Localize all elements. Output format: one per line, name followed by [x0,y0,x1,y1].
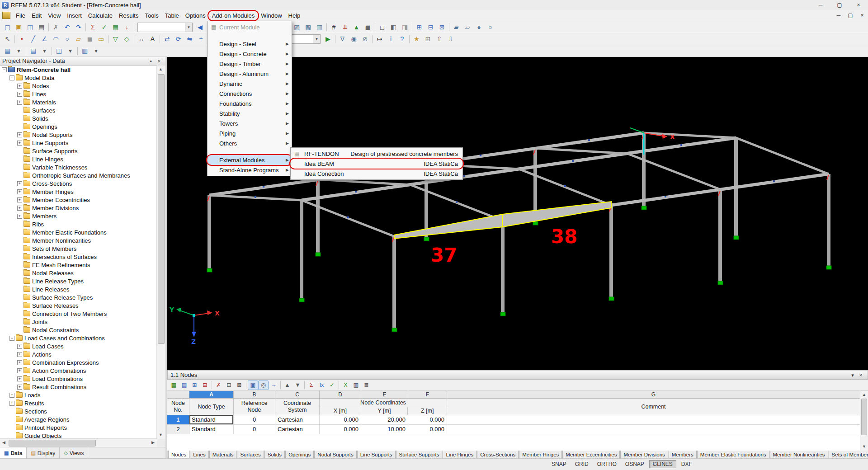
tree-item-fe-mesh-refinements[interactable]: FE Mesh Refinements [0,261,157,269]
close-panel-button[interactable]: × [155,57,163,65]
filter-icon[interactable]: ∇ [337,34,348,44]
visibility-set-icon[interactable]: ▤ [28,46,39,56]
tree-item-member-divisions[interactable]: + Member Divisions [0,204,157,212]
navigator-tab[interactable]: ▦ Data [0,447,27,459]
tree-item-nodal-supports[interactable]: + Nodal Supports [0,131,157,139]
show-numbering-icon[interactable]: # [328,22,340,33]
delete-row-icon[interactable]: ⊟ [200,381,210,390]
tree-expander[interactable]: + [17,189,22,194]
reference-node-cell[interactable]: 0 [234,425,275,434]
table-tab[interactable]: Member Eccentricities [562,451,620,459]
menu-item[interactable]: Stand-Alone Programs ▶ [208,165,292,175]
work-plane-dropdown[interactable]: ▾ [90,46,102,56]
table-tab[interactable]: Nodes [168,451,189,459]
draw-polyline-icon[interactable]: ∠ [39,34,50,44]
tree-item-line-hinges[interactable]: Line Hinges [0,155,157,163]
panel-toggle-icon[interactable]: ⊠ [436,22,448,33]
clip-plane-icon[interactable]: ⊘ [359,34,371,44]
tree-expander[interactable]: + [17,197,22,202]
tree-expander[interactable]: + [17,376,22,381]
menu-item[interactable]: External Modules ▶ [208,155,292,165]
view-mode-icon[interactable]: ▤ [179,381,189,390]
menu-item[interactable]: Stability ▶ [208,108,292,118]
draw-circle-icon[interactable]: ○ [61,34,73,44]
y-coordinate-cell[interactable]: 10.000 [361,425,408,434]
tree-item-load-combinations[interactable]: + Load Combinations [0,375,157,383]
menubar-item[interactable]: Table [162,11,182,20]
fullscreen-icon[interactable]: ▰ [451,22,462,33]
tree-expander[interactable]: + [17,385,22,390]
menubar-item[interactable]: Tools [142,11,161,20]
cut-icon[interactable]: ✗ [50,22,61,33]
menubar-item[interactable]: Calculate [85,11,116,20]
menubar-item[interactable]: Help [285,11,304,20]
tree-expander[interactable]: + [17,100,22,105]
table-panel-menu-button[interactable]: ▾ [849,371,857,379]
menu-item[interactable]: Towers ▶ [208,118,292,128]
select-all-icon[interactable]: ▣ [248,381,258,390]
column-letter-a[interactable]: A [189,391,234,398]
tree-item-line-supports[interactable]: + Line Supports [0,139,157,147]
export-icon[interactable]: ⇧ [434,34,445,44]
chevron-down-icon[interactable]: ▾ [313,35,320,43]
tree-item-project[interactable]: − Rfem-Concrete hall [0,66,157,74]
sum-icon[interactable]: Σ [306,381,316,390]
display-properties-dropdown[interactable]: ▾ [65,46,76,56]
model-view-dropdown[interactable]: ▾ [13,46,24,56]
divide-icon[interactable]: ÷ [195,34,207,44]
status-toggle-button[interactable]: OSNAP [622,460,648,468]
table-row[interactable]: 1 Standard 0 Cartesian 0.000 20.000 0.00… [167,415,860,425]
column-letter-e[interactable]: E [361,391,408,398]
coordinate-system-cell[interactable]: Cartesian [275,425,320,434]
tree-expander[interactable]: − [9,336,14,341]
table-tab[interactable]: Lines [190,451,209,459]
tree-item-surfaces[interactable]: Surfaces [0,106,157,114]
scroll-up-icon[interactable]: ▲ [860,391,868,399]
new-file-icon[interactable]: ▢ [2,22,13,33]
tree-item-ribs[interactable]: Ribs [0,220,157,228]
menu-item[interactable]: Connections ▶ [208,89,292,99]
transparent-view-icon[interactable]: ◨ [399,22,410,33]
sort-desc-icon[interactable]: ▼ [292,381,303,390]
node-type-cell[interactable]: Standard [189,425,234,434]
mirror-icon[interactable]: ⇋ [184,34,195,44]
tree-item-nodes[interactable]: + Nodes [0,82,157,90]
grid-toggle-icon[interactable]: ● [473,22,485,33]
table-tab[interactable]: Materials [209,451,237,459]
formula-icon[interactable]: fx [316,381,327,390]
import-icon[interactable]: ⇩ [445,34,456,44]
navigator-tab[interactable]: ▤ Display [27,447,60,459]
load-case-combo[interactable]: ▾ [137,23,193,32]
chevron-down-icon[interactable]: ▾ [185,23,192,32]
mdi-minimize-button[interactable]: ─ [833,11,844,20]
nav-back-icon[interactable]: ◀ [194,22,206,33]
text-annotation-icon[interactable]: A [147,34,158,44]
solid-view-icon[interactable]: ◧ [388,22,399,33]
tree-item-result-combinations[interactable]: + Result Combinations [0,383,157,391]
table-panel-close-button[interactable]: × [857,371,865,379]
member-hinge-icon[interactable]: ◇ [121,34,132,44]
visibility-icon[interactable]: ◉ [348,34,359,44]
tree-item-sections[interactable]: Sections [0,407,157,415]
tree-item-loads[interactable]: + Loads [0,391,157,399]
tree-item-line-release-types[interactable]: Line Release Types [0,277,157,285]
tree-item-surface-release-types[interactable]: Surface Release Types [0,293,157,301]
tree-item-solids[interactable]: Solids [0,114,157,122]
info-icon[interactable]: i [385,34,396,44]
scroll-left-icon[interactable]: ◀ [0,439,8,446]
tree-item-model-data[interactable]: − Model Data [0,74,157,82]
sort-asc-icon[interactable]: ▲ [282,381,292,390]
submenu-item[interactable]: Idea BEAM IDEA StatiCa [291,159,462,169]
menubar-item[interactable]: Results [116,11,142,20]
tree-item-load-cases-combinations[interactable]: − Load Cases and Combinations [0,334,157,342]
wireframe-icon[interactable]: ◻ [377,22,388,33]
table-tab[interactable]: Members [669,451,697,459]
close-button[interactable]: × [849,0,868,10]
tree-item-member-elastic-foundations[interactable]: Member Elastic Foundations [0,228,157,236]
z-coordinate-cell[interactable]: 0.000 [408,415,447,424]
view-yz-icon[interactable]: ▥ [314,22,325,33]
calculate-icon[interactable]: Σ [87,22,99,33]
tree-item-openings[interactable]: Openings [0,122,157,131]
load-cases-icon[interactable]: ↓ [121,22,132,33]
axes-icon[interactable]: ▱ [462,22,473,33]
